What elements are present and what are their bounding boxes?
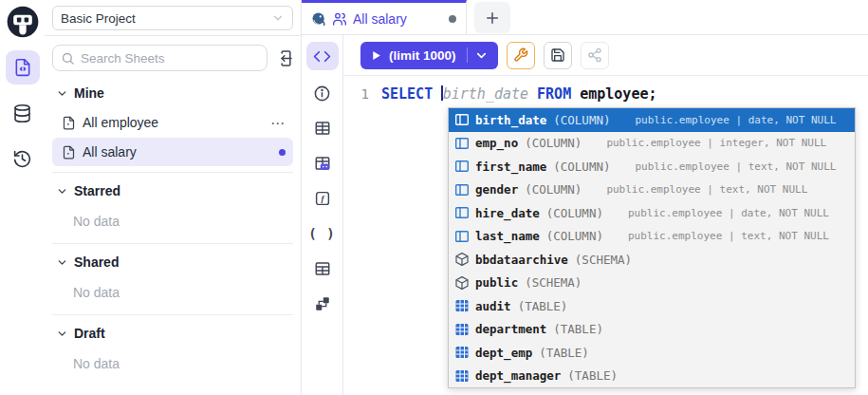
sql-code-text: SELECT birth_date FROM employee;	[381, 84, 657, 104]
section-draft-header[interactable]: Draft	[52, 319, 293, 348]
sheet-item-all-salary[interactable]: All salary	[52, 138, 293, 166]
wrench-icon	[513, 47, 528, 63]
suggestion-row[interactable]: public (SCHEMA)	[449, 272, 855, 295]
history-icon	[12, 149, 32, 169]
masked-table-panel-button[interactable]	[306, 149, 339, 178]
sheet-tree: Mine All employee ⋯ All salary	[45, 77, 301, 395]
section-shared-header[interactable]: Shared	[52, 248, 293, 276]
section-label: Starred	[74, 183, 120, 198]
section-label: Mine	[74, 85, 104, 101]
table-icon	[314, 120, 331, 137]
panel-icon-strip: f ( )	[302, 35, 343, 395]
procedures-panel-button[interactable]: ( )	[306, 219, 339, 248]
postgres-icon	[311, 11, 326, 27]
sheet-icon	[62, 145, 76, 160]
svg-text:f: f	[321, 194, 324, 203]
code-icon	[313, 47, 331, 66]
unsaved-dot-indicator	[279, 149, 286, 156]
parentheses-icon: ( )	[308, 226, 335, 241]
format-sql-button[interactable]	[507, 42, 535, 69]
save-sheet-button[interactable]	[544, 42, 572, 69]
views-panel-button[interactable]	[306, 254, 339, 283]
import-sheet-icon[interactable]	[275, 49, 293, 67]
table-icon	[454, 298, 470, 313]
search-box[interactable]	[52, 45, 268, 71]
empty-state-text: No data	[52, 205, 293, 237]
code-line-1: 1 SELECT birth_date FROM employee;	[343, 76, 868, 104]
run-button-label: (limit 1000)	[389, 48, 460, 63]
suggestion-row[interactable]: audit (TABLE)	[449, 294, 855, 318]
suggestion-row[interactable]: dept_manager (TABLE)	[449, 365, 855, 388]
suggestion-row[interactable]: first_name (COLUMN) public.employee | te…	[449, 155, 855, 179]
schema-diagram-panel-button[interactable]	[306, 290, 339, 318]
suggestion-row[interactable]: bbdataarchive (SCHEMA)	[449, 248, 855, 272]
sheet-search-row	[45, 36, 301, 77]
suggestion-row[interactable]: dept_emp (TABLE)	[449, 341, 855, 365]
tab-bar: All salary	[302, 0, 868, 35]
left-rail	[0, 0, 45, 395]
schema-diagram-icon	[314, 295, 331, 312]
tables-panel-button[interactable]	[306, 114, 339, 142]
chevron-down-icon	[271, 11, 285, 25]
main-area: All salary	[302, 0, 868, 395]
functions-panel-button[interactable]: f	[306, 184, 339, 213]
line-number: 1	[343, 84, 381, 104]
section-starred-header[interactable]: Starred	[52, 177, 293, 205]
chevron-down-icon	[56, 185, 68, 198]
table-icon	[454, 368, 470, 384]
table-icon	[454, 322, 470, 337]
new-tab-button[interactable]	[474, 2, 510, 33]
suggestion-row[interactable]: department (TABLE)	[449, 318, 855, 342]
sheet-icon	[62, 116, 76, 130]
sql-keyword: FROM	[528, 85, 571, 103]
suggestion-row[interactable]: birth_date (COLUMN) public.employee | da…	[449, 108, 855, 132]
column-icon	[454, 229, 470, 244]
schema-icon	[454, 252, 470, 267]
column-icon	[454, 182, 470, 198]
search-icon	[61, 51, 75, 66]
share-sheet-button[interactable]	[581, 42, 609, 69]
chevron-down-icon[interactable]	[474, 48, 489, 63]
column-icon	[454, 159, 470, 174]
share-icon	[587, 47, 602, 63]
suggestion-row[interactable]: last_name (COLUMN) public.employee | tex…	[449, 225, 855, 249]
sql-plain-text: employee;	[571, 85, 656, 103]
suggestion-row[interactable]: hire_date (COLUMN) public.employee | dat…	[449, 201, 855, 225]
editor-toolbar: (limit 1000)	[343, 35, 868, 76]
sheets-sidebar: Basic Project	[45, 0, 302, 395]
work-row: f ( )	[302, 35, 868, 395]
tab-all-salary[interactable]: All salary	[302, 0, 467, 34]
rail-history-button[interactable]	[6, 141, 40, 176]
editor-column: (limit 1000)	[343, 35, 868, 395]
rail-databases-button[interactable]	[6, 96, 40, 130]
sql-code-editor[interactable]: 1 SELECT birth_date FROM employee; birth…	[343, 76, 868, 395]
tab-dirty-dot	[449, 15, 456, 23]
suggestion-row[interactable]: emp_no (COLUMN) public.employee | intege…	[449, 132, 855, 156]
table-masked-icon	[314, 155, 331, 172]
rail-sheets-button[interactable]	[6, 50, 40, 85]
run-query-button[interactable]: (limit 1000)	[360, 42, 498, 69]
project-selector[interactable]: Basic Project	[52, 6, 293, 30]
bytebase-logo[interactable]	[6, 5, 40, 39]
section-mine[interactable]: Mine	[52, 79, 293, 107]
sheet-item-label: All employee	[83, 115, 158, 130]
autocomplete-popup: birth_date (COLUMN) public.employee | da…	[448, 107, 856, 388]
sheet-item-label: All salary	[83, 144, 137, 160]
sheet-item-all-employee[interactable]: All employee ⋯	[52, 108, 293, 137]
inline-suggestion-text: birth_date	[443, 85, 528, 103]
schema-icon	[454, 275, 470, 291]
column-icon	[454, 136, 470, 151]
chevron-down-icon	[56, 87, 68, 100]
section-label: Shared	[74, 254, 119, 270]
empty-state-text: No data	[52, 276, 293, 309]
section-draft: Draft No data	[52, 314, 293, 380]
section-shared: Shared No data	[52, 243, 293, 309]
info-panel-button[interactable]	[306, 79, 339, 107]
more-actions-icon[interactable]: ⋯	[270, 116, 286, 130]
code-panel-button[interactable]	[306, 42, 339, 70]
function-icon: f	[314, 190, 331, 207]
sidebar-header: Basic Project	[45, 0, 301, 36]
save-icon	[550, 47, 565, 63]
search-sheets-input[interactable]	[81, 51, 259, 66]
suggestion-row[interactable]: gender (COLUMN) public.employee | text, …	[449, 179, 855, 202]
